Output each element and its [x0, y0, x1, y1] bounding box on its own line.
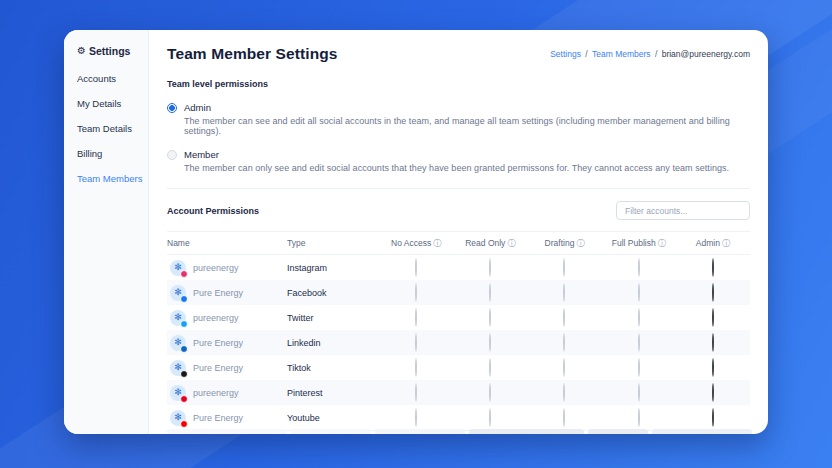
- info-icon: ⓘ: [433, 239, 441, 248]
- team-level-option-admin: AdminThe member can see and edit all soc…: [167, 102, 750, 136]
- radio-read-only-tiktok[interactable]: [489, 358, 491, 377]
- permission-cell-read-only: [489, 334, 491, 352]
- radio-admin-pinterest[interactable]: [712, 383, 714, 402]
- radio-admin-twitter[interactable]: [712, 308, 714, 327]
- account-name-cell: ✻pureenergy: [167, 310, 287, 326]
- account-name-cell: ✻pureenergy: [167, 385, 287, 401]
- account-permissions-label: Account Permissions: [167, 206, 259, 216]
- radio-full-publish-facebook[interactable]: [638, 283, 640, 302]
- section-divider: [167, 188, 750, 189]
- option-label: Admin: [184, 102, 750, 113]
- radio-admin[interactable]: [167, 103, 177, 113]
- account-type: Tiktok: [287, 363, 379, 373]
- settings-card: ⚙ Settings AccountsMy DetailsTeam Detail…: [64, 30, 768, 434]
- radio-drafting-tiktok[interactable]: [563, 358, 565, 377]
- permission-cell-drafting: [563, 359, 565, 377]
- cutoff-row: [167, 429, 752, 434]
- radio-no-access-tiktok[interactable]: [415, 358, 417, 377]
- radio-drafting-youtube[interactable]: [563, 408, 565, 427]
- radio-full-publish-twitter[interactable]: [638, 308, 640, 327]
- breadcrumb-separator: /: [653, 49, 660, 59]
- radio-no-access-pinterest[interactable]: [415, 383, 417, 402]
- radio-read-only-twitter[interactable]: [489, 308, 491, 327]
- sidebar-item-team-members[interactable]: Team Members: [77, 173, 148, 184]
- account-name: Pure Energy: [193, 338, 243, 348]
- instagram-icon: [180, 270, 188, 278]
- radio-full-publish-instagram[interactable]: [638, 258, 640, 277]
- permission-cell-no-access: [415, 259, 417, 277]
- breadcrumb-settings[interactable]: Settings: [550, 49, 581, 59]
- settings-sidebar: ⚙ Settings AccountsMy DetailsTeam Detail…: [64, 30, 149, 434]
- team-level-permissions-label: Team level permissions: [167, 79, 750, 89]
- account-name-cell: ✻Pure Energy: [167, 360, 287, 376]
- radio-full-publish-linkedin[interactable]: [638, 333, 640, 352]
- gear-icon: ⚙: [77, 46, 86, 56]
- permission-cell-drafting: [563, 284, 565, 302]
- radio-read-only-facebook[interactable]: [489, 283, 491, 302]
- permission-cell-admin: [712, 284, 714, 302]
- team-level-option-member: MemberThe member can only see and edit s…: [167, 149, 750, 173]
- permission-cell-admin: [712, 309, 714, 327]
- sidebar-item-team-details[interactable]: Team Details: [77, 123, 148, 134]
- account-type: Pinterest: [287, 388, 379, 398]
- account-name: pureenergy: [193, 263, 239, 273]
- account-type: Youtube: [287, 413, 379, 423]
- account-name: Pure Energy: [193, 288, 243, 298]
- radio-drafting-instagram[interactable]: [563, 258, 565, 277]
- account-name: Pure Energy: [193, 363, 243, 373]
- radio-admin-instagram[interactable]: [712, 258, 714, 277]
- radio-no-access-twitter[interactable]: [415, 308, 417, 327]
- account-avatar: ✻: [170, 410, 186, 426]
- radio-admin-youtube[interactable]: [712, 408, 714, 427]
- column-header-type: Type: [287, 238, 379, 248]
- column-header-admin: Adminⓘ: [696, 238, 730, 249]
- sidebar-item-accounts[interactable]: Accounts: [77, 73, 148, 84]
- account-name: pureenergy: [193, 313, 239, 323]
- permission-cell-no-access: [415, 309, 417, 327]
- radio-drafting-pinterest[interactable]: [563, 383, 565, 402]
- account-avatar: ✻: [170, 385, 186, 401]
- permission-cell-drafting: [563, 259, 565, 277]
- account-avatar: ✻: [170, 335, 186, 351]
- permission-cell-no-access: [415, 409, 417, 427]
- radio-read-only-linkedin[interactable]: [489, 333, 491, 352]
- radio-admin-tiktok[interactable]: [712, 358, 714, 377]
- radio-drafting-twitter[interactable]: [563, 308, 565, 327]
- radio-no-access-facebook[interactable]: [415, 283, 417, 302]
- info-icon: ⓘ: [722, 239, 730, 248]
- radio-full-publish-youtube[interactable]: [638, 408, 640, 427]
- sidebar-settings-header: ⚙ Settings: [77, 45, 148, 57]
- radio-read-only-pinterest[interactable]: [489, 383, 491, 402]
- radio-member[interactable]: [167, 150, 177, 160]
- permission-cell-drafting: [563, 409, 565, 427]
- radio-full-publish-tiktok[interactable]: [638, 358, 640, 377]
- permission-cell-admin: [712, 359, 714, 377]
- sidebar-item-billing[interactable]: Billing: [77, 148, 148, 159]
- option-text: MemberThe member can only see and edit s…: [184, 149, 729, 173]
- page-background: ⚙ Settings AccountsMy DetailsTeam Detail…: [0, 0, 832, 468]
- filter-accounts-input[interactable]: [616, 201, 750, 220]
- radio-drafting-linkedin[interactable]: [563, 333, 565, 352]
- permission-cell-read-only: [489, 284, 491, 302]
- radio-no-access-youtube[interactable]: [415, 408, 417, 427]
- radio-full-publish-pinterest[interactable]: [638, 383, 640, 402]
- permission-cell-admin: [712, 259, 714, 277]
- radio-admin-facebook[interactable]: [712, 283, 714, 302]
- radio-read-only-instagram[interactable]: [489, 258, 491, 277]
- permission-cell-full-publish: [638, 309, 640, 327]
- account-name-cell: ✻pureenergy: [167, 260, 287, 276]
- breadcrumb-team-members[interactable]: Team Members: [592, 49, 651, 59]
- radio-admin-linkedin[interactable]: [712, 333, 714, 352]
- column-header-drafting: Draftingⓘ: [545, 238, 585, 249]
- sidebar-nav: AccountsMy DetailsTeam DetailsBillingTea…: [77, 73, 148, 184]
- radio-read-only-youtube[interactable]: [489, 408, 491, 427]
- sidebar-item-my-details[interactable]: My Details: [77, 98, 148, 109]
- table-row: ✻Pure EnergyTiktok: [167, 355, 750, 380]
- radio-drafting-facebook[interactable]: [563, 283, 565, 302]
- permission-cell-admin: [712, 384, 714, 402]
- table-row: ✻Pure EnergyYoutube: [167, 405, 750, 430]
- radio-no-access-instagram[interactable]: [415, 258, 417, 277]
- radio-no-access-linkedin[interactable]: [415, 333, 417, 352]
- table-row: ✻pureenergyPinterest: [167, 380, 750, 405]
- permission-cell-drafting: [563, 334, 565, 352]
